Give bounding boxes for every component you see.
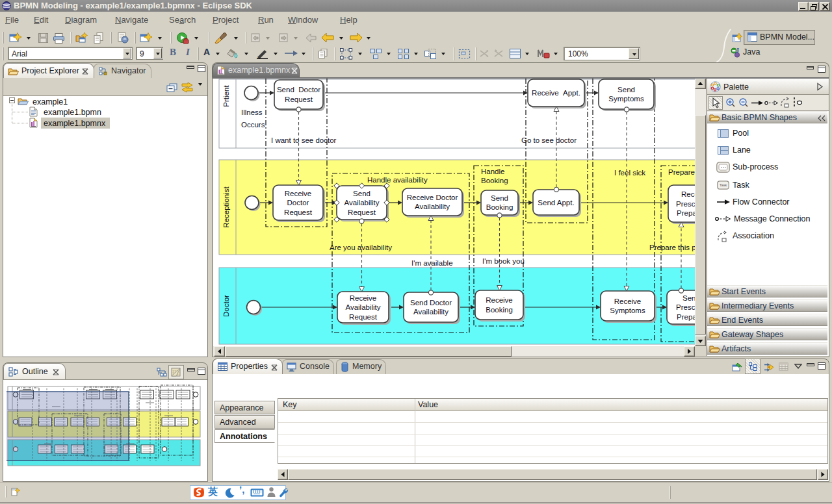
svg-text:Symptoms: Symptoms (610, 307, 645, 314)
svg-text:Prepare: Prepare (668, 168, 695, 176)
svg-text:Prepared: Prepared (677, 313, 695, 321)
svg-text:Receive Doctor: Receive Doctor (407, 194, 458, 201)
svg-text:Send: Send (618, 86, 635, 94)
svg-text:Receive: Receive (614, 297, 642, 305)
svg-text:Request: Request (349, 313, 378, 321)
svg-text:Booking: Booking (486, 203, 514, 211)
svg-text:Availability: Availability (415, 203, 450, 210)
svg-text:Receive: Receive (350, 294, 377, 302)
svg-text:Prescription: Prescription (676, 303, 695, 311)
svg-text:Request: Request (348, 208, 376, 216)
svg-text:Request: Request (285, 95, 313, 103)
svg-text:Go to see doctor: Go to see doctor (521, 136, 577, 144)
svg-text:Booking: Booking (486, 306, 513, 314)
svg-text:Availability: Availability (344, 199, 379, 207)
svg-text:Request: Request (284, 208, 313, 216)
svg-text:Are you availability: Are you availability (330, 244, 392, 251)
svg-text:Send: Send (682, 294, 695, 302)
svg-text:Availability: Availability (413, 308, 448, 316)
svg-text:Prepare this p: Prepare this p (649, 244, 695, 251)
svg-text:Receive: Receive (681, 190, 695, 198)
svg-text:Receptionist: Receptionist (222, 186, 230, 228)
svg-text:Doctor: Doctor (222, 295, 230, 317)
svg-text:I'm book you: I'm book you (482, 257, 525, 265)
svg-text:I want to see doctor: I want to see doctor (271, 136, 337, 144)
svg-text:Receive Appt.: Receive Appt. (532, 89, 580, 97)
svg-text:I'm available: I'm available (411, 259, 453, 267)
svg-text:Send Doctor: Send Doctor (410, 299, 452, 307)
svg-text:Prepared: Prepared (677, 209, 695, 217)
svg-text:Send Doctor: Send Doctor (277, 86, 320, 94)
svg-text:J: J (736, 47, 739, 54)
svg-text:Receive: Receive (285, 190, 312, 197)
svg-text:Symptoms: Symptoms (608, 95, 644, 103)
svg-text:Receive: Receive (486, 296, 513, 304)
svg-text:Doctor: Doctor (287, 199, 309, 207)
svg-text:Prescription: Prescription (676, 200, 695, 208)
svg-text:Availability: Availability (345, 303, 380, 311)
svg-text:Handle: Handle (481, 168, 504, 175)
svg-text:Illness: Illness (241, 108, 263, 116)
svg-text:Handle availability: Handle availability (367, 176, 428, 184)
svg-text:Booking: Booking (481, 177, 508, 184)
svg-text:Send: Send (353, 190, 370, 197)
svg-text:Send Appt.: Send Appt. (538, 199, 574, 207)
svg-text:I feel sick: I feel sick (614, 169, 645, 177)
svg-text:Task: Task (720, 183, 727, 187)
svg-text:Send: Send (491, 194, 508, 202)
svg-text:Prtient: Prtient (222, 85, 230, 107)
svg-text:Occurs: Occurs (241, 121, 265, 129)
